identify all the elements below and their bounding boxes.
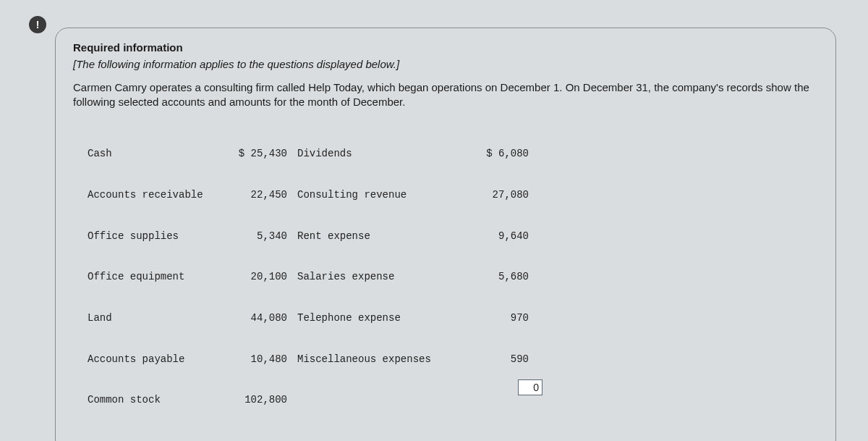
- acct-name: Accounts payable: [88, 353, 232, 366]
- acct-amt: 102,800: [232, 393, 297, 407]
- acct-amt: 20,100: [232, 270, 297, 284]
- acct-name: Office supplies: [88, 230, 232, 243]
- acct-amt: 10,480: [232, 353, 297, 366]
- zero-output-cell[interactable]: 0: [518, 379, 542, 395]
- acct-amt: 5,340: [232, 230, 297, 243]
- acct-amt: 9,640: [464, 230, 529, 243]
- acct-name: Office equipment: [88, 270, 232, 284]
- acct-amt: 22,450: [232, 188, 297, 202]
- acct-amt: 5,680: [464, 270, 529, 284]
- acct-name: [297, 393, 464, 407]
- acct-amt: 27,080: [464, 188, 529, 202]
- acct-name: Rent expense: [297, 230, 464, 243]
- required-info-intro: Carmen Camry operates a consulting firm …: [73, 80, 818, 110]
- acct-name: Accounts receivable: [88, 188, 232, 202]
- required-info-title: Required information: [73, 41, 818, 54]
- acct-amt: 970: [464, 311, 529, 325]
- acct-amt: [464, 393, 529, 407]
- acct-name: Cash: [88, 147, 232, 161]
- acct-name: Dividends: [297, 147, 464, 161]
- acct-amt: $ 25,430: [232, 147, 297, 161]
- info-icon: !: [29, 16, 46, 33]
- acct-amt: 44,080: [232, 311, 297, 325]
- acct-name: Salaries expense: [297, 270, 464, 284]
- acct-name: Consulting revenue: [297, 188, 464, 202]
- acct-name: Telephone expense: [297, 311, 464, 325]
- acct-name: Miscellaneous expenses: [297, 353, 464, 366]
- acct-name: Common stock: [88, 393, 232, 407]
- acct-name: Land: [88, 311, 232, 325]
- acct-amt: $ 6,080: [464, 147, 529, 161]
- acct-amt: 590: [464, 353, 529, 366]
- accounts-table: Cash$ 25,430Dividends$ 6,080 Accounts re…: [88, 120, 818, 434]
- required-info-box: Required information [The following info…: [55, 28, 836, 441]
- required-info-subtitle: [The following information applies to th…: [73, 58, 818, 70]
